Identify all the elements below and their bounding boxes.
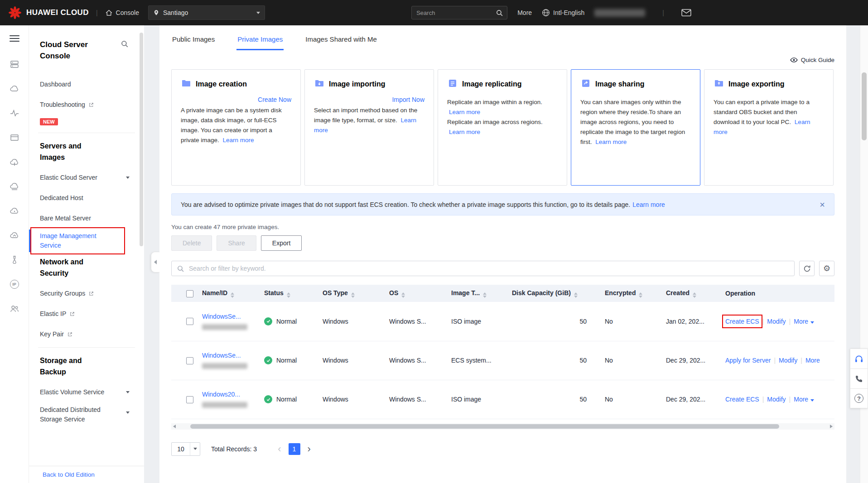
huawei-logo[interactable]: HUAWEI CLOUD: [8, 6, 89, 19]
elastic-ip-nav-icon[interactable]: IP: [9, 279, 20, 290]
modify-link[interactable]: Modify: [767, 318, 786, 325]
sidebar-item-bare-metal-server[interactable]: Bare Metal Server: [29, 211, 144, 225]
column-header-disk-capacity[interactable]: Disk Capacity (GiB): [506, 285, 599, 302]
sidebar-item-dashboard[interactable]: Dashboard: [29, 77, 144, 91]
refresh-button[interactable]: [799, 261, 815, 276]
column-header-encrypted[interactable]: Encrypted: [599, 285, 661, 302]
sidebar-item-troubleshooting[interactable]: Troubleshooting: [29, 97, 144, 112]
column-header-os[interactable]: OS: [384, 285, 446, 302]
more-link[interactable]: More: [794, 318, 808, 325]
users-nav-icon[interactable]: [9, 303, 20, 314]
sort-icon[interactable]: [287, 292, 290, 298]
delete-button[interactable]: Delete: [171, 235, 212, 251]
more-menu[interactable]: More: [517, 9, 532, 16]
learn-more-link[interactable]: Learn more: [223, 137, 254, 143]
next-page-button[interactable]: [308, 444, 311, 454]
sort-icon[interactable]: [693, 292, 696, 298]
column-header-image-type[interactable]: Image T...: [446, 285, 506, 302]
share-button[interactable]: Share: [217, 235, 256, 251]
tab-private-images[interactable]: Private Images: [236, 32, 284, 50]
export-button[interactable]: Export: [261, 235, 302, 251]
row-checkbox[interactable]: [186, 396, 193, 403]
scrollbar-thumb[interactable]: [862, 72, 867, 140]
sidebar-item-image-management-service[interactable]: Image Management Service: [29, 231, 144, 250]
row-checkbox[interactable]: [186, 357, 193, 364]
page-size-select[interactable]: 10: [171, 442, 200, 456]
sidebar-item-dedicated-distributed-storage[interactable]: Dedicated Distributed Storage Service: [29, 405, 144, 424]
filter-search-input[interactable]: [171, 261, 795, 276]
more-link[interactable]: More: [794, 396, 808, 403]
language-selector[interactable]: Intl-English: [542, 9, 584, 17]
sidebar-item-elastic-cloud-server[interactable]: Elastic Cloud Server: [29, 170, 144, 185]
cloud-nav-icon[interactable]: [9, 157, 20, 167]
column-header-status[interactable]: Status: [259, 285, 317, 302]
sidebar-item-key-pair[interactable]: Key Pair: [29, 327, 144, 341]
menu-icon[interactable]: [10, 33, 19, 43]
cloud-nav-icon[interactable]: [9, 230, 20, 241]
apply-for-server-link[interactable]: Apply for Server: [725, 357, 771, 364]
previous-page-button[interactable]: [278, 444, 281, 454]
select-all-checkbox[interactable]: [186, 290, 193, 297]
column-header-name-id[interactable]: Name/ID: [197, 285, 259, 302]
search-icon[interactable]: [496, 9, 503, 17]
sidebar-search-icon[interactable]: [121, 40, 129, 49]
sidebar-item-security-groups[interactable]: Security Groups: [29, 286, 144, 301]
sidebar-item-elastic-ip[interactable]: Elastic IP: [29, 306, 144, 321]
hotline-button[interactable]: [850, 368, 868, 388]
table-horizontal-scrollbar[interactable]: [171, 423, 834, 430]
more-link[interactable]: More: [805, 357, 820, 364]
tab-public-images[interactable]: Public Images: [171, 32, 216, 50]
import-now-link[interactable]: Import Now: [314, 96, 424, 103]
card-nav-icon[interactable]: [9, 132, 20, 143]
sidebar-scrollbar[interactable]: [140, 33, 143, 246]
flask-nav-icon[interactable]: [9, 254, 20, 265]
quick-guide-link[interactable]: Quick Guide: [171, 54, 834, 66]
global-search[interactable]: [411, 6, 507, 19]
messages-icon[interactable]: [681, 9, 691, 17]
row-checkbox[interactable]: [186, 318, 193, 325]
sort-icon[interactable]: [639, 292, 642, 298]
sidebar-item-dedicated-host[interactable]: Dedicated Host: [29, 191, 144, 205]
create-now-link[interactable]: Create Now: [181, 96, 291, 103]
sidebar-item-elastic-volume-service[interactable]: Elastic Volume Service: [29, 385, 144, 399]
image-name-link[interactable]: Windows20...: [202, 391, 240, 398]
tab-images-shared-with-me[interactable]: Images Shared with Me: [304, 32, 378, 50]
console-link[interactable]: Console: [105, 9, 139, 17]
close-icon[interactable]: [820, 200, 825, 209]
modify-link[interactable]: Modify: [779, 357, 797, 364]
global-search-input[interactable]: [416, 10, 493, 16]
learn-more-link[interactable]: Learn more: [449, 109, 480, 115]
cloud-nav-icon[interactable]: [9, 83, 20, 94]
region-selector[interactable]: Santiago: [148, 5, 265, 20]
column-header-os-type[interactable]: OS Type: [317, 285, 384, 302]
sidebar-collapse-button[interactable]: [151, 252, 159, 273]
filter-search[interactable]: [171, 261, 795, 276]
sort-icon[interactable]: [351, 292, 355, 298]
server-nav-icon[interactable]: [9, 59, 20, 70]
create-ecs-link[interactable]: Create ECS: [725, 318, 759, 325]
scroll-left-icon[interactable]: [173, 425, 176, 428]
image-name-link[interactable]: WindowsSe...: [202, 313, 241, 320]
modify-link[interactable]: Modify: [767, 396, 786, 403]
back-to-old-edition-link[interactable]: Back to Old Edition: [29, 466, 144, 483]
scroll-right-icon[interactable]: [830, 425, 833, 428]
assistant-button[interactable]: [850, 349, 868, 368]
sort-icon[interactable]: [401, 292, 405, 298]
image-name-link[interactable]: WindowsSe...: [202, 352, 241, 359]
create-ecs-link[interactable]: Create ECS: [725, 396, 759, 403]
monitoring-nav-icon[interactable]: [9, 108, 20, 119]
learn-more-link[interactable]: Learn more: [449, 129, 480, 135]
scrollbar-thumb[interactable]: [190, 424, 779, 429]
sort-icon[interactable]: [483, 292, 487, 298]
banner-learn-more-link[interactable]: Learn more: [632, 201, 665, 208]
sort-icon[interactable]: [231, 292, 234, 298]
page-number-button[interactable]: 1: [289, 443, 300, 455]
cloud-nav-icon[interactable]: [9, 206, 20, 216]
sort-icon[interactable]: [574, 292, 578, 298]
cloud-nav-icon[interactable]: [9, 181, 20, 192]
settings-button[interactable]: [819, 261, 834, 276]
page-scrollbar[interactable]: [860, 25, 868, 483]
column-header-created[interactable]: Created: [661, 285, 720, 302]
help-button[interactable]: [850, 388, 868, 408]
account-name-redacted[interactable]: [594, 9, 645, 17]
